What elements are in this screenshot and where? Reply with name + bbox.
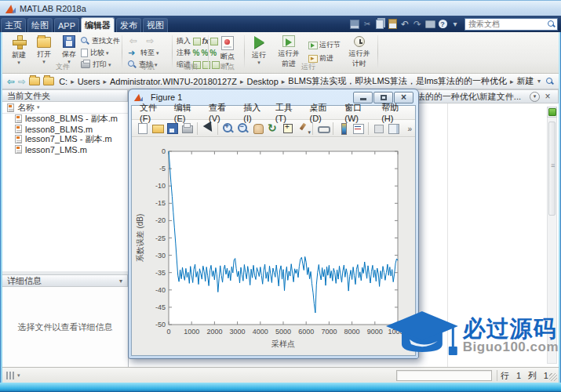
- figure-menu-item[interactable]: 桌面(D): [304, 102, 340, 123]
- breadcrumb-separator-icon: ▸: [280, 78, 287, 85]
- figure-menu-item[interactable]: 查看(V): [204, 102, 239, 123]
- breadcrumb-item[interactable]: Administrator.WIN7U-20180127Z: [108, 77, 239, 86]
- figure-menu-item[interactable]: 工具(T): [271, 102, 305, 123]
- copy-icon[interactable]: [374, 19, 385, 30]
- paste-icon[interactable]: [387, 19, 398, 30]
- window-border-bottom: [0, 383, 561, 392]
- ribbon-tab[interactable]: 绘图: [27, 18, 53, 32]
- breadcrumb-item[interactable]: C:: [57, 77, 69, 86]
- svg-text:-15: -15: [155, 199, 166, 207]
- figure-menu-item[interactable]: 文件(F): [135, 102, 169, 123]
- run-button[interactable]: 运行▾: [247, 34, 271, 69]
- doc-search-input[interactable]: [468, 20, 547, 28]
- data-cursor-icon[interactable]: [281, 122, 294, 135]
- col-value: 1: [544, 371, 548, 380]
- print-button[interactable]: 打印▾: [81, 60, 111, 70]
- open-icon: [37, 37, 51, 48]
- file-list-item[interactable]: lesson7_LMS.m: [2, 144, 128, 154]
- figure-menu-item[interactable]: 编辑(E): [169, 102, 204, 123]
- ribbon-tab[interactable]: 视图: [143, 18, 168, 32]
- run-section-button[interactable]: 运行节: [308, 40, 341, 50]
- address-dropdown-icon[interactable]: ▾: [537, 78, 541, 85]
- find-files-button[interactable]: 查找文件: [81, 36, 120, 46]
- status-activity-button[interactable]: ▾: [6, 372, 20, 379]
- quickbar-dropdown-icon[interactable]: [450, 19, 461, 30]
- print-figure-icon[interactable]: [180, 122, 194, 135]
- save-figure-icon[interactable]: [166, 122, 179, 135]
- comment-row[interactable]: 注释 %%%: [177, 48, 218, 58]
- breadcrumb-item[interactable]: BLMS算法实现，即块LMS算法，是lms算法的的一种优化: [286, 75, 508, 87]
- run-icon: [254, 36, 264, 49]
- figure-icon: [134, 93, 143, 101]
- redo-icon[interactable]: [412, 19, 423, 30]
- zoom-out-icon[interactable]: [236, 122, 250, 135]
- file-group-label: 文件: [56, 62, 70, 72]
- figure-menu-item[interactable]: 插入(I): [239, 102, 271, 123]
- breadcrumb-item[interactable]: Desktop: [245, 77, 279, 86]
- editor-actions-icon[interactable]: ▾: [530, 92, 540, 102]
- zoom-in-icon[interactable]: [221, 122, 235, 135]
- figure-menu-item[interactable]: 窗口(W): [340, 102, 377, 123]
- find-icon: [128, 60, 137, 69]
- browse-folder-icon[interactable]: [43, 77, 54, 85]
- editor-close-icon[interactable]: ×: [542, 92, 553, 102]
- up-folder-icon[interactable]: [29, 77, 40, 85]
- run-advance-button[interactable]: 运行并前进: [274, 34, 304, 69]
- ribbon-tab[interactable]: 编辑器: [81, 17, 115, 32]
- print-icon: [81, 61, 90, 68]
- compare-button[interactable]: 比较▾: [81, 48, 109, 58]
- svg-text:-50: -50: [155, 321, 166, 328]
- show-plot-tools-icon[interactable]: [387, 122, 400, 135]
- ribbon-tab[interactable]: 主页: [1, 18, 26, 32]
- graduation-cap-icon: [386, 310, 458, 361]
- cut-icon[interactable]: [362, 19, 373, 30]
- undo-icon[interactable]: [399, 19, 410, 30]
- name-column-header[interactable]: 名称 ▾: [2, 102, 128, 114]
- watermark: 必过源码 Biguo100.com: [386, 307, 559, 364]
- rotate-3d-icon[interactable]: [266, 122, 279, 135]
- brush-data-icon[interactable]: [296, 122, 309, 135]
- new-script-button[interactable]: 新建▾: [7, 34, 31, 69]
- back-arrow-icon[interactable]: ⇦: [7, 76, 15, 87]
- breadcrumb-item[interactable]: Users: [76, 77, 102, 86]
- forward-arrow-icon[interactable]: ⇨: [18, 76, 26, 87]
- figure-menu-item[interactable]: 帮助(H): [377, 102, 412, 123]
- open-file-icon[interactable]: [151, 122, 164, 135]
- back-forward-icons[interactable]: ⇦ ⇨: [129, 35, 157, 46]
- folder-search-icon[interactable]: [545, 77, 554, 85]
- resize-grip[interactable]: [549, 373, 557, 381]
- insert-legend-icon[interactable]: [352, 122, 365, 135]
- svg-text:-40: -40: [155, 286, 166, 294]
- link-plot-icon[interactable]: [316, 122, 330, 135]
- save-icon: [63, 35, 75, 48]
- help-icon[interactable]: [437, 19, 448, 30]
- editor-scrollbar-thumb[interactable]: [548, 122, 556, 216]
- file-list-item[interactable]: lesson7_LMS - 副本.m: [2, 134, 128, 144]
- print-icon[interactable]: [424, 19, 435, 30]
- file-list-item[interactable]: lesson8_BLMS - 副本.m: [2, 114, 128, 124]
- save-icon[interactable]: [349, 19, 360, 30]
- menu-overflow-icon[interactable]: »: [407, 125, 412, 133]
- toolbar-separator: [312, 122, 313, 135]
- edit-plot-icon[interactable]: [201, 122, 214, 135]
- current-folder-header[interactable]: 当前文件夹: [2, 89, 128, 102]
- figure-canvas[interactable]: 0100020003000400050006000700080009000100…: [132, 138, 415, 355]
- pan-icon[interactable]: [251, 122, 264, 135]
- details-header[interactable]: 详细信息 ▾: [2, 274, 128, 287]
- details-collapse-icon[interactable]: ▾: [119, 278, 122, 285]
- title-bar[interactable]: MATLAB R2018a: [0, 0, 561, 16]
- hide-plot-tools-icon[interactable]: [372, 122, 385, 135]
- ribbon-tab[interactable]: APP: [54, 18, 79, 32]
- ribbon-tab[interactable]: 发布: [116, 18, 141, 32]
- search-icon[interactable]: [547, 20, 556, 28]
- figure-window[interactable]: Figure 1 × 文件(F)编辑(E)查看(V)插入(I)工具(T)桌面(D…: [128, 89, 419, 359]
- goto-button[interactable]: ➜转至▾: [128, 48, 159, 58]
- insert-colorbar-icon[interactable]: [337, 122, 350, 135]
- editor-message-indicator-icon[interactable]: [547, 107, 557, 118]
- run-time-button[interactable]: 运行并计时: [344, 34, 374, 69]
- doc-search-box[interactable]: [464, 18, 558, 31]
- svg-text:5000: 5000: [275, 328, 291, 336]
- open-button[interactable]: 打开▾: [32, 34, 56, 69]
- breadcrumb-item[interactable]: 新建文件夹 (2): [515, 75, 534, 87]
- new-figure-icon[interactable]: [136, 122, 149, 135]
